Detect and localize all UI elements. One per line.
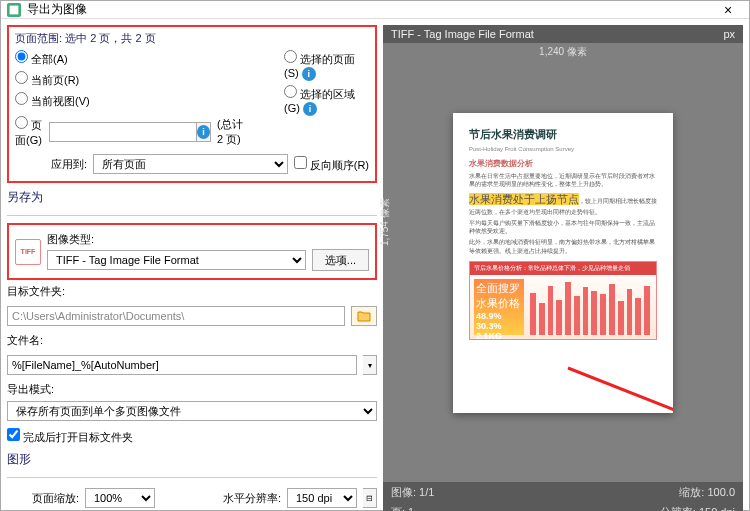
chart: 节后水果价格分析：常吃品种总体下滑，少见品种增量走俏 全面搜罗水果价格 48.9… bbox=[469, 261, 657, 340]
graphic-title: 图形 bbox=[7, 451, 377, 468]
preview-format: TIFF - Tag Image File Format bbox=[391, 28, 534, 40]
ruler-height: 1,754 像素 bbox=[378, 198, 392, 246]
preview-res: 分辨率: 150 dpi bbox=[660, 505, 735, 511]
image-type-select[interactable]: TIFF - Tag Image File Format bbox=[47, 250, 306, 270]
page-range-header: 页面范围: 选中 2 页，共 2 页 bbox=[15, 31, 369, 46]
zoom-select[interactable]: 100% bbox=[85, 488, 155, 508]
export-dialog: 导出为图像 × 页面范围: 选中 2 页，共 2 页 全部(A) 当前页(R) … bbox=[0, 0, 750, 511]
app-icon bbox=[7, 3, 21, 17]
page-range-group: 页面范围: 选中 2 页，共 2 页 全部(A) 当前页(R) 当前视图(V) … bbox=[7, 25, 377, 183]
radio-current-page[interactable]: 当前页(R) bbox=[15, 71, 244, 88]
image-index: 图像: 1/1 bbox=[391, 485, 434, 500]
zoom-label: 页面缩放: bbox=[7, 491, 79, 506]
pages-total: (总计 2 页) bbox=[217, 117, 244, 147]
tiff-icon: TIFF bbox=[15, 239, 41, 265]
radio-selected-pages[interactable]: 选择的页面(S) i bbox=[284, 50, 369, 81]
chart-title: 节后水果价格分析：常吃品种总体下滑，少见品种增量走俏 bbox=[470, 262, 656, 275]
page-thumbnail: 节后水果消费调研 Post-Holiday Fruit Consumption … bbox=[453, 113, 673, 413]
reverse-checkbox[interactable]: 反向顺序(R) bbox=[294, 156, 369, 173]
save-as-title: 另存为 bbox=[7, 189, 377, 206]
page-index: 页: 1 bbox=[391, 505, 414, 511]
doc-subtitle: Post-Holiday Fruit Consumption Survey bbox=[469, 146, 657, 152]
browse-folder-button[interactable] bbox=[351, 306, 377, 326]
info-icon: i bbox=[302, 67, 316, 81]
window-title: 导出为图像 bbox=[27, 1, 713, 18]
radio-selected-area[interactable]: 选择的区域(G) i bbox=[284, 85, 369, 116]
doc-section: 水果消费数据分析 bbox=[469, 158, 657, 169]
open-after-checkbox[interactable]: 完成后打开目标文件夹 bbox=[7, 428, 377, 445]
target-folder-input[interactable] bbox=[7, 306, 345, 326]
filename-input[interactable] bbox=[7, 355, 357, 375]
svg-rect-1 bbox=[10, 5, 19, 14]
preview-area: 1,240 像素 1,754 像素 节后水果消费调研 Post-Holiday … bbox=[383, 43, 743, 482]
close-button[interactable]: × bbox=[713, 2, 743, 18]
ruler-width: 1,240 像素 bbox=[383, 45, 743, 59]
target-folder-label: 目标文件夹: bbox=[7, 284, 377, 299]
info-icon: i bbox=[197, 125, 210, 139]
radio-pages[interactable]: 页面(G) bbox=[15, 116, 43, 148]
hres-label: 水平分辨率: bbox=[223, 491, 281, 506]
doc-title: 节后水果消费调研 bbox=[469, 127, 657, 142]
export-mode-select[interactable]: 保存所有页面到单个多页图像文件 bbox=[7, 401, 377, 421]
radio-all[interactable]: 全部(A) bbox=[15, 50, 244, 67]
preview-unit: px bbox=[723, 28, 735, 40]
annotation-arrow bbox=[563, 363, 673, 413]
filename-macro-button[interactable]: ▾ bbox=[363, 355, 377, 375]
folder-icon bbox=[357, 310, 371, 322]
radio-current-view[interactable]: 当前视图(V) bbox=[15, 92, 244, 109]
preview-panel: TIFF - Tag Image File Format px 1,240 像素… bbox=[383, 25, 743, 511]
apply-to-label: 应用到: bbox=[15, 157, 87, 172]
options-button[interactable]: 选项... bbox=[312, 249, 369, 271]
apply-to-select[interactable]: 所有页面 bbox=[93, 154, 288, 174]
link-res-button[interactable]: ⊟ bbox=[363, 488, 377, 508]
titlebar: 导出为图像 × bbox=[1, 1, 749, 19]
export-mode-label: 导出模式: bbox=[7, 382, 377, 397]
save-as-group: TIFF 图像类型: TIFF - Tag Image File Format … bbox=[7, 223, 377, 280]
info-icon: i bbox=[303, 102, 317, 116]
pages-input[interactable] bbox=[49, 122, 197, 142]
hres-select[interactable]: 150 dpi bbox=[287, 488, 357, 508]
preview-zoom: 缩放: 100.0 bbox=[679, 485, 735, 500]
filename-label: 文件名: bbox=[7, 333, 377, 348]
image-type-label: 图像类型: bbox=[47, 232, 369, 247]
